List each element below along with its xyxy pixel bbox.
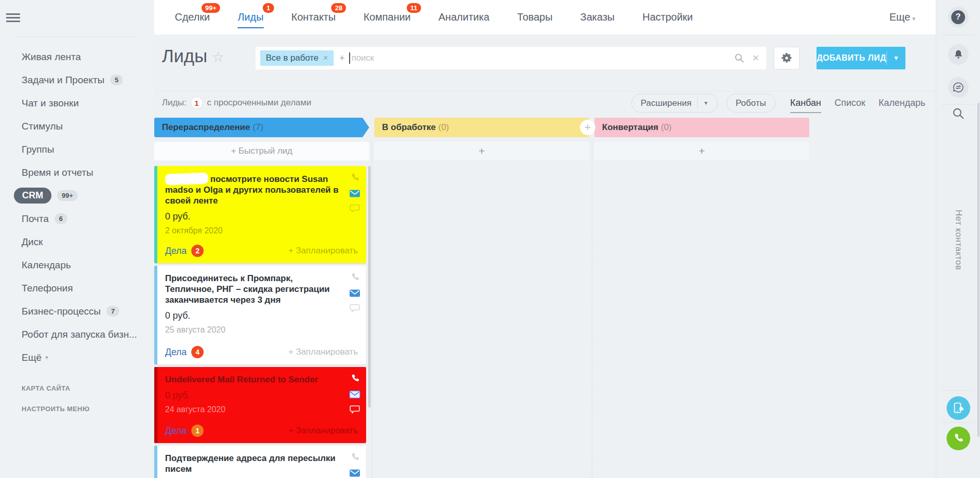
view-tab-kanban[interactable]: Канбан (790, 98, 821, 108)
lead-card[interactable]: посмотрите новости Susan madso и Olga и … (154, 166, 366, 263)
schedule-link[interactable]: + Запланировать (288, 426, 358, 436)
deals-count-badge: 4 (191, 346, 204, 358)
sidebar-item-live-feed[interactable]: Живая лента (0, 45, 154, 68)
nav-more-button[interactable]: Еще▾ (890, 11, 915, 23)
column-header-redistribution[interactable]: Перераспределение (7) (154, 118, 369, 137)
tab-leads[interactable]: Лиды1 (238, 11, 263, 23)
chat-icon[interactable] (350, 405, 360, 414)
deals-link[interactable]: Дела2 (165, 245, 204, 257)
add-lead-button[interactable]: ДОБАВИТЬ ЛИД ▼ (816, 47, 905, 69)
add-card-button[interactable]: + (374, 142, 589, 160)
schedule-link[interactable]: + Запланировать (288, 347, 358, 357)
configure-menu-link[interactable]: НАСТРОИТЬ МЕНЮ (22, 405, 89, 413)
overdue-count-badge[interactable]: 1 (191, 97, 203, 109)
phone-icon[interactable] (350, 272, 360, 283)
tab-products[interactable]: Товары (517, 11, 553, 23)
chip-close-icon[interactable]: × (323, 53, 328, 63)
column-separator (592, 142, 592, 478)
extensions-button[interactable]: Расширения ▼ (631, 94, 718, 113)
schedule-link[interactable]: + Запланировать (288, 246, 358, 256)
menu-toggle-icon[interactable] (6, 13, 20, 22)
mail-icon[interactable] (349, 289, 360, 298)
page-header: Лиды ☆ Все в работе × + × ДОБАВИТЬ ЛИД ▼ (154, 34, 936, 91)
search-icon[interactable] (734, 53, 745, 63)
call-button[interactable] (947, 427, 970, 450)
deals-link[interactable]: Дела1 (165, 425, 204, 437)
page-scrollbar[interactable] (977, 103, 979, 437)
chat-icon[interactable] (350, 304, 360, 312)
search-bar[interactable]: Все в работе × + × (256, 47, 766, 69)
favorite-star-icon[interactable]: ☆ (212, 49, 224, 65)
mail-count-badge: 6 (55, 213, 67, 224)
phone-icon[interactable] (350, 172, 360, 183)
column-header-in-progress[interactable]: В обработке (0) (374, 118, 589, 137)
tab-analytics[interactable]: Аналитика (439, 11, 489, 23)
search-input[interactable] (351, 53, 734, 63)
quick-lead-button[interactable]: + Быстрый лид (154, 142, 369, 160)
settings-gear-button[interactable] (774, 47, 800, 69)
redaction-mark (165, 173, 209, 186)
gear-icon (781, 52, 792, 64)
mail-icon[interactable] (349, 469, 360, 477)
left-sidebar: Живая лента Задачи и Проекты5 Чат и звон… (0, 0, 154, 478)
sidebar-item-drive[interactable]: Диск (0, 230, 154, 253)
column-scrollbar[interactable] (368, 166, 371, 408)
sidebar-item-chat-calls[interactable]: Чат и звонки (0, 91, 154, 115)
sidebar-item-more[interactable]: Ещё▾ (0, 346, 154, 369)
rail-search-button[interactable] (952, 107, 965, 122)
phone-icon[interactable] (350, 373, 360, 384)
contacts-count-badge: 28 (331, 3, 346, 13)
phone-icon[interactable] (350, 452, 360, 463)
tasks-count-badge: 5 (110, 75, 123, 85)
sidebar-item-robot[interactable]: Робот для запуска бизн... (0, 323, 154, 346)
add-column-button[interactable]: + (580, 120, 595, 135)
sidebar-item-groups[interactable]: Группы (0, 138, 154, 161)
sidebar-item-tasks[interactable]: Задачи и Проекты5 (0, 68, 154, 91)
companies-count-badge: 11 (407, 3, 421, 13)
column-header-conversion[interactable]: Конвертация (0) (594, 118, 809, 137)
add-card-button[interactable]: + (594, 142, 809, 160)
sidebar-item-calendar[interactable]: Календарь (0, 253, 154, 277)
chevron-down-icon[interactable]: ▼ (703, 100, 709, 106)
sidebar-menu: Живая лента Задачи и Проекты5 Чат и звон… (0, 45, 154, 369)
clear-search-icon[interactable]: × (752, 52, 759, 64)
lead-title: Undelivered Mail Returned to Sender (165, 374, 339, 385)
search-icons: × (734, 52, 759, 64)
sidebar-item-mail[interactable]: Почта6 (0, 207, 154, 230)
search-plus-sign: + (339, 53, 345, 64)
lead-card[interactable]: Undelivered Mail Returned to Sender 0 ру… (154, 367, 366, 443)
tab-deals[interactable]: Сделки99+ (175, 11, 210, 23)
lead-card[interactable]: Присоединитесь к Промпарк, Тепличное, РН… (154, 266, 366, 364)
tab-settings[interactable]: Настройки (642, 11, 693, 23)
sidebar-item-incentives[interactable]: Стимулы (0, 115, 154, 138)
robots-button[interactable]: Роботы (727, 94, 775, 113)
deals-link[interactable]: Дела4 (165, 346, 204, 358)
tab-companies[interactable]: Компании11 (364, 11, 411, 23)
chevron-down-icon: ▾ (45, 354, 48, 361)
lead-contact-icons (349, 452, 360, 477)
lead-title: Подтверждение адреса для пересылки писем (165, 453, 339, 474)
lead-title: посмотрите новости Susan madso и Olga и … (165, 173, 339, 206)
chat-exchange-button[interactable] (948, 77, 969, 98)
tab-contacts[interactable]: Контакты28 (292, 11, 336, 23)
mobile-app-button[interactable] (947, 396, 970, 420)
mobile-cloud-icon (952, 401, 965, 415)
chat-icon[interactable] (350, 204, 360, 213)
help-button[interactable]: ? (948, 7, 969, 27)
tab-orders[interactable]: Заказы (580, 11, 615, 23)
sidebar-item-telephony[interactable]: Телефония (0, 277, 154, 300)
notifications-button[interactable] (948, 44, 969, 65)
add-lead-dropdown-caret[interactable]: ▼ (887, 54, 905, 62)
sidebar-item-time-reports[interactable]: Время и отчеты (0, 161, 154, 184)
view-tab-list[interactable]: Список (834, 98, 865, 108)
filter-chip[interactable]: Все в работе × (260, 50, 334, 66)
sitemap-link[interactable]: КАРТА САЙТА (22, 384, 89, 392)
search-icon (952, 107, 965, 120)
view-tab-calendar[interactable]: Календарь (879, 98, 925, 108)
lead-card[interactable]: Подтверждение адреса для пересылки писем (154, 446, 366, 478)
sidebar-footer: КАРТА САЙТА НАСТРОИТЬ МЕНЮ (22, 384, 89, 426)
mail-icon[interactable] (349, 189, 360, 198)
sidebar-item-crm[interactable]: CRM99+ (0, 184, 154, 207)
mail-icon[interactable] (349, 390, 360, 399)
sidebar-item-business-processes[interactable]: Бизнес-процессы7 (0, 300, 154, 323)
